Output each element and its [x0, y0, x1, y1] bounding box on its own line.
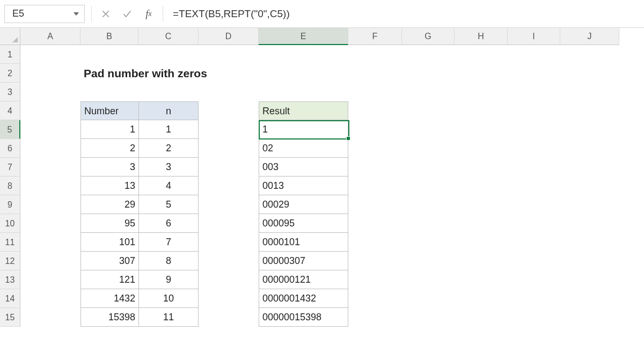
row-head-2[interactable]: 2: [0, 64, 20, 83]
cell-n[interactable]: 7: [138, 233, 199, 252]
cell[interactable]: [20, 214, 80, 233]
cell[interactable]: [560, 101, 619, 120]
cell[interactable]: [508, 252, 560, 270]
formula-input[interactable]: =TEXT(B5,REPT("0",C5)): [170, 8, 640, 20]
enter-icon[interactable]: [120, 6, 135, 21]
cell[interactable]: [402, 120, 455, 139]
cell[interactable]: [20, 64, 80, 83]
cell-result[interactable]: 000000121: [259, 270, 348, 289]
cell[interactable]: [455, 64, 508, 83]
cell-n[interactable]: 3: [138, 158, 199, 177]
cell[interactable]: [402, 270, 455, 289]
cell[interactable]: [560, 214, 619, 233]
row-head-10[interactable]: 10: [0, 214, 20, 233]
cell[interactable]: [138, 83, 199, 101]
cell[interactable]: [199, 64, 259, 83]
cell[interactable]: [20, 270, 80, 289]
cell[interactable]: [508, 45, 560, 64]
cell[interactable]: [402, 83, 455, 101]
cell[interactable]: [199, 252, 259, 270]
cell[interactable]: [455, 177, 508, 195]
cell[interactable]: [402, 195, 455, 214]
cell[interactable]: [560, 139, 619, 158]
cell[interactable]: [138, 64, 199, 83]
cell[interactable]: [455, 45, 508, 64]
cell[interactable]: [402, 308, 455, 327]
cell[interactable]: [80, 83, 138, 101]
cell[interactable]: [20, 45, 80, 64]
cell[interactable]: [560, 270, 619, 289]
cell[interactable]: [560, 158, 619, 177]
cell[interactable]: [402, 139, 455, 158]
name-box[interactable]: E5: [4, 5, 85, 23]
cell-number[interactable]: 2: [80, 139, 138, 158]
fx-icon[interactable]: fx: [141, 6, 156, 21]
row-head-5[interactable]: 5: [0, 120, 20, 139]
cell[interactable]: [348, 45, 402, 64]
row-head-7[interactable]: 7: [0, 158, 20, 177]
cell[interactable]: [348, 101, 402, 120]
cell[interactable]: [402, 177, 455, 195]
cell-n[interactable]: 11: [138, 308, 199, 327]
cell[interactable]: [402, 64, 455, 83]
cell-n[interactable]: 4: [138, 177, 199, 195]
cell[interactable]: [80, 45, 138, 64]
cell-number[interactable]: 15398: [80, 308, 138, 327]
cell[interactable]: [402, 289, 455, 308]
col-head-h[interactable]: H: [455, 28, 508, 45]
row-head-14[interactable]: 14: [0, 289, 20, 308]
cell[interactable]: [20, 139, 80, 158]
cell[interactable]: [455, 101, 508, 120]
cell[interactable]: [348, 252, 402, 270]
cell[interactable]: [402, 252, 455, 270]
cell[interactable]: [508, 177, 560, 195]
cell[interactable]: [508, 270, 560, 289]
cell[interactable]: [508, 289, 560, 308]
title-cell[interactable]: Pad number with zeros: [80, 64, 138, 83]
col-head-c[interactable]: C: [138, 28, 199, 45]
cell[interactable]: [455, 308, 508, 327]
col-head-d[interactable]: D: [199, 28, 259, 45]
chevron-down-icon[interactable]: [74, 12, 79, 16]
cell-result[interactable]: 0013: [259, 177, 348, 195]
cell[interactable]: [455, 233, 508, 252]
cell[interactable]: [348, 177, 402, 195]
row-head-3[interactable]: 3: [0, 83, 20, 101]
cell[interactable]: [199, 214, 259, 233]
cell-number[interactable]: 95: [80, 214, 138, 233]
cell-number[interactable]: 1432: [80, 289, 138, 308]
cell-n[interactable]: 10: [138, 289, 199, 308]
cell[interactable]: [455, 195, 508, 214]
cell[interactable]: [348, 233, 402, 252]
cell[interactable]: [508, 214, 560, 233]
cell-n[interactable]: 1: [138, 120, 199, 139]
header-number[interactable]: Number: [80, 101, 138, 120]
cell[interactable]: [560, 64, 619, 83]
cell-result[interactable]: 0000001432: [259, 289, 348, 308]
cell[interactable]: [508, 195, 560, 214]
select-all-corner[interactable]: [0, 28, 20, 45]
col-head-g[interactable]: G: [402, 28, 455, 45]
cell-result[interactable]: 000095: [259, 214, 348, 233]
cell[interactable]: [402, 214, 455, 233]
cell-number[interactable]: 307: [80, 252, 138, 270]
cell[interactable]: [199, 195, 259, 214]
cell[interactable]: [455, 83, 508, 101]
cell[interactable]: [508, 101, 560, 120]
cell[interactable]: [259, 83, 348, 101]
cell-n[interactable]: 2: [138, 139, 199, 158]
cell[interactable]: [560, 177, 619, 195]
row-head-11[interactable]: 11: [0, 233, 20, 252]
cell[interactable]: [348, 214, 402, 233]
cell-result[interactable]: 0000101: [259, 233, 348, 252]
cell[interactable]: [348, 270, 402, 289]
cell[interactable]: [259, 64, 348, 83]
cell[interactable]: [508, 64, 560, 83]
cell[interactable]: [508, 158, 560, 177]
cell[interactable]: [348, 64, 402, 83]
cell-n[interactable]: 9: [138, 270, 199, 289]
cell[interactable]: [20, 83, 80, 101]
cell[interactable]: [20, 120, 80, 139]
cell-result[interactable]: 02: [259, 139, 348, 158]
cell[interactable]: [199, 270, 259, 289]
